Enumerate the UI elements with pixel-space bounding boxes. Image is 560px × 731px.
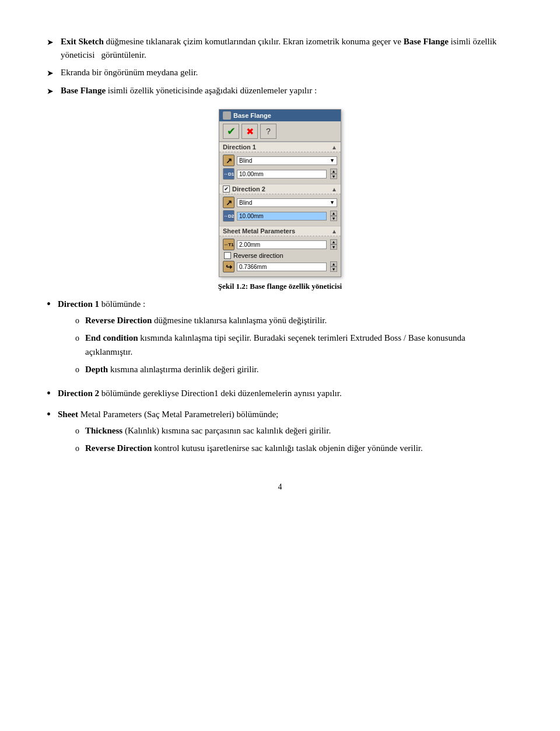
dot-bullet-icon-1: • <box>47 296 51 312</box>
main-bullet-list: • Direction 1 bölümünde : o Reverse Dire… <box>47 297 513 459</box>
bend-radius-spinner[interactable]: ▲ ▼ <box>330 261 337 272</box>
ok-button[interactable]: ✔ <box>223 124 239 139</box>
direction2-type-value: Blind <box>239 200 252 206</box>
direction1-depth-spinner[interactable]: ▲ ▼ <box>330 169 337 179</box>
direction1-type-select[interactable]: Blind ▼ <box>237 156 337 165</box>
direction2-type-select[interactable]: Blind ▼ <box>237 198 337 207</box>
direction2-type-icon: ↗ <box>223 197 235 208</box>
bend-radius-input[interactable]: 0.7366mm <box>237 263 327 271</box>
direction1-type-value: Blind <box>239 158 252 164</box>
help-button[interactable]: ? <box>260 124 276 139</box>
thickness-icon: ↔T1 <box>223 239 235 250</box>
direction2-depth-up[interactable]: ▲ <box>330 211 337 216</box>
page-number: 4 <box>47 482 513 492</box>
sheet-metal-sub-list: o Thickness (Kalınlık) kısmına sac parça… <box>75 424 423 456</box>
direction2-label: Direction 2 <box>232 186 265 193</box>
direction2-depth-value: 10.00mm <box>239 213 264 219</box>
sub-item-depth: o Depth kısmına alınlaştırma derinlik de… <box>75 362 513 376</box>
sub-text-depth: Depth kısmına alınlaştırma derinlik değe… <box>85 362 258 376</box>
reverse-direction-row: Reverse direction <box>223 252 337 259</box>
sub-item-reverse: o Reverse Direction düğmesine tıklanırsa… <box>75 313 513 327</box>
direction2-type-row: ↗ Blind ▼ <box>223 197 337 208</box>
direction2-type-dropdown-icon[interactable]: ▼ <box>330 200 335 205</box>
dialog-title-icon <box>223 111 231 120</box>
direction1-collapse-icon: ▲ <box>331 144 337 151</box>
main-bullet-direction1-content: Direction 1 bölümünde : o Reverse Direct… <box>58 297 513 380</box>
bullet-item-1: ➤ Exit Sketch düğmesine tıklanarak çizim… <box>47 35 513 61</box>
bend-radius-value: 0.7366mm <box>239 264 267 270</box>
direction1-depth-icon: ↔D1 <box>223 168 235 180</box>
sub-bullet-o-2: o <box>75 332 79 345</box>
main-bullet-direction2: • Direction 2 bölümünde gerekliyse Direc… <box>47 386 513 401</box>
main-bullet-direction2-text: Direction 2 bölümünde gerekliyse Directi… <box>58 386 342 400</box>
direction1-content: ↗ Blind ▼ ↔D1 10.00mm ▲ <box>219 152 341 184</box>
reverse-direction-label: Reverse direction <box>233 252 284 259</box>
bullet-text-2: Ekranda bir öngörünüm meydana gelir. <box>61 66 513 79</box>
arrow-bullet-icon-2: ➤ <box>47 67 54 79</box>
bend-radius-up[interactable]: ▲ <box>330 261 337 267</box>
bullet-item-2: ➤ Ekranda bir öngörünüm meydana gelir. <box>47 66 513 79</box>
direction2-checkbox[interactable]: ✔ <box>223 186 230 193</box>
bullet-text-1: Exit Sketch düğmesine tıklanarak çizim k… <box>61 35 513 61</box>
direction2-depth-row: ↔D2 10.00mm ▲ ▼ <box>223 210 337 222</box>
sub-item-thickness: o Thickness (Kalınlık) kısmına sac parça… <box>75 424 423 438</box>
direction2-depth-icon: ↔D2 <box>223 210 235 222</box>
thickness-input[interactable]: 2.00mm <box>237 240 327 249</box>
thickness-spinner[interactable]: ▲ ▼ <box>330 239 337 250</box>
dot-bullet-icon-3: • <box>47 406 51 422</box>
sub-text-thickness: Thickness (Kalınlık) kısmına sac parçası… <box>85 424 331 438</box>
direction1-depth-down[interactable]: ▼ <box>330 174 337 179</box>
base-flange-dialog[interactable]: Base Flange ✔ ✖ ? Direction 1 ▲ ↗ <box>219 109 341 277</box>
sub-text-end-condition: End condition kısmında kalınlaşma tipi s… <box>85 331 513 359</box>
reverse-direction-checkbox[interactable] <box>224 252 231 259</box>
figure-caption: Şekil 1.2: Base flange özellik yöneticis… <box>218 282 342 291</box>
sub-item-reverse-dir: o Reverse Direction kontrol kutusu işare… <box>75 441 423 455</box>
direction1-depth-up[interactable]: ▲ <box>330 169 337 174</box>
sub-bullet-o-3: o <box>75 363 79 376</box>
sheet-metal-content: ↔T1 2.00mm ▲ ▼ Reverse direction <box>219 236 341 277</box>
main-bullet-sheet-metal: • Sheet Metal Parameters (Saç Metal Para… <box>47 407 513 459</box>
sheet-metal-label: Sheet Metal Parameters <box>223 228 295 235</box>
direction1-main-text: Direction 1 bölümünde : <box>58 299 145 309</box>
main-bullet-direction1: • Direction 1 bölümünde : o Reverse Dire… <box>47 297 513 380</box>
thickness-up[interactable]: ▲ <box>330 239 337 244</box>
cancel-button[interactable]: ✖ <box>242 124 258 139</box>
direction1-header[interactable]: Direction 1 ▲ <box>219 142 341 152</box>
direction1-type-icon: ↗ <box>223 155 235 166</box>
dialog-body: Direction 1 ▲ ↗ Blind ▼ ↔D1 <box>219 142 341 277</box>
direction2-depth-input[interactable]: 10.00mm <box>237 212 327 221</box>
arrow-bullet-icon-1: ➤ <box>47 36 54 48</box>
direction1-depth-input[interactable]: 10.00mm <box>237 170 327 179</box>
direction1-type-dropdown-icon[interactable]: ▼ <box>330 158 335 163</box>
figure-container: Base Flange ✔ ✖ ? Direction 1 ▲ ↗ <box>47 109 513 291</box>
direction2-depth-spinner[interactable]: ▲ ▼ <box>330 211 337 221</box>
direction2-depth-down[interactable]: ▼ <box>330 216 337 221</box>
bullet-text-3: Base Flange isimli özellik yöneticisinde… <box>61 84 513 97</box>
direction1-type-row: ↗ Blind ▼ <box>223 155 337 166</box>
direction1-label: Direction 1 <box>223 144 256 151</box>
page-content: ➤ Exit Sketch düğmesine tıklanarak çizim… <box>47 35 513 492</box>
bend-radius-row: ↪ 0.7366mm ▲ ▼ <box>223 261 337 272</box>
sub-bullet-o-5: o <box>75 442 79 455</box>
sub-text-reverse: Reverse Direction düğmesine tıklanırsa k… <box>85 313 327 327</box>
thickness-value: 2.00mm <box>239 242 260 248</box>
direction2-content: ↗ Blind ▼ ↔D2 10.00mm ▲ <box>219 194 341 226</box>
dialog-title: Base Flange <box>233 112 271 119</box>
direction1-depth-value: 10.00mm <box>239 171 264 177</box>
dialog-toolbar: ✔ ✖ ? <box>219 121 341 142</box>
sheet-metal-header[interactable]: Sheet Metal Parameters ▲ <box>219 226 341 236</box>
sheet-metal-main-text: Sheet Metal Parameters (Saç Metal Parame… <box>58 410 278 419</box>
top-bullet-list: ➤ Exit Sketch düğmesine tıklanarak çizim… <box>47 35 513 97</box>
thickness-down[interactable]: ▼ <box>330 244 337 250</box>
sheet-metal-collapse-icon: ▲ <box>331 228 337 235</box>
dot-bullet-icon-2: • <box>47 385 51 401</box>
direction1-sub-list: o Reverse Direction düğmesine tıklanırsa… <box>75 313 513 377</box>
dialog-titlebar: Base Flange <box>219 110 341 121</box>
direction2-collapse-icon: ▲ <box>331 186 337 193</box>
bullet-item-3: ➤ Base Flange isimli özellik yöneticisin… <box>47 84 513 97</box>
direction2-header[interactable]: ✔ Direction 2 ▲ <box>219 184 341 194</box>
sub-item-end-condition: o End condition kısmında kalınlaşma tipi… <box>75 331 513 359</box>
thickness-row: ↔T1 2.00mm ▲ ▼ <box>223 239 337 250</box>
sub-text-reverse-dir: Reverse Direction kontrol kutusu işaretl… <box>85 441 423 455</box>
bend-radius-down[interactable]: ▼ <box>330 267 337 272</box>
